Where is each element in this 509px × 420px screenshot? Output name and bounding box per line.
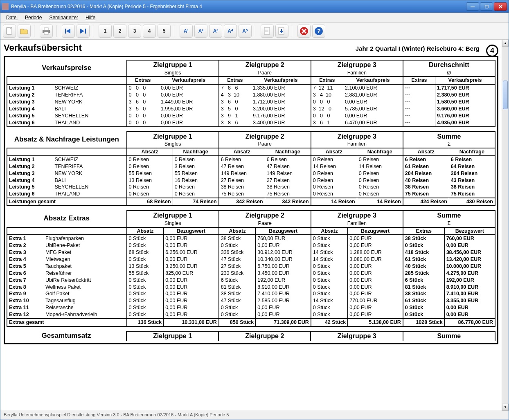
block3-total-label: Extras gesamt [7, 319, 127, 326]
table-row: Extra 11Reisetasche 0 Stück0,00 EUR 0 St… [7, 304, 495, 311]
export-button[interactable] [275, 25, 288, 38]
group1-title: Zielgruppe 1 [127, 60, 219, 70]
period-1-button[interactable]: 1 [99, 25, 112, 38]
menu-datei[interactable]: Datei [3, 13, 21, 22]
nav-first-button[interactable] [62, 25, 75, 38]
scroll-down-button[interactable]: ▼ [502, 404, 509, 411]
svg-rect-2 [44, 28, 48, 30]
table-row: Extra 7UbiRe Reiserücktritt 0 Stück0,00 … [7, 277, 495, 284]
cancel-button[interactable] [297, 25, 311, 38]
table-row: Leistung 6THAILAND 0 0 00,00 EUR 3 8 63.… [7, 119, 495, 127]
new-document-button[interactable] [3, 25, 16, 38]
block1-title: Verkaufspreise [7, 60, 127, 76]
menu-seminarleiter[interactable]: Seminarleiter [46, 13, 81, 22]
main-window: Berylla - BA Breitenbrunn 02/2016 - Mark… [0, 0, 509, 420]
table-row: Leistung 6THAILAND 0 Reisen0 Reisen 75 R… [7, 191, 495, 198]
scroll-up-button[interactable]: ▲ [502, 40, 509, 47]
table-row: Extra 2UbiBene-Paket 0 Stück0,00 EUR 0 S… [7, 242, 495, 249]
table-row: Extra 10Tagesausflug 0 Stück0,00 EUR 47 … [7, 297, 495, 304]
block3-title: Absatz Extras [7, 211, 127, 227]
table-row: Leistung 5SEYCHELLEN 0 0 00,00 EUR 3 9 1… [7, 112, 495, 119]
svg-point-11 [300, 27, 308, 35]
absatz-extras-table: Absatz Extras Zielgruppe 1 Zielgruppe 2 … [7, 210, 495, 327]
help-button[interactable]: ? [312, 25, 325, 38]
menubar: Datei Periode Seminarleiter Hilfe [0, 13, 509, 23]
page-setup-button[interactable] [261, 25, 274, 38]
table-row: Leistung 1SCHWEIZ 0 Reisen0 Reisen 6 Rei… [7, 156, 495, 163]
vertical-scrollbar[interactable]: ▲ ▼ [502, 40, 509, 411]
report-a2-button[interactable]: A² [194, 25, 207, 38]
table-row: Extra 8Wellness Paket 0 Stück0,00 EUR 81… [7, 284, 495, 291]
report-a5-button[interactable]: A⁵ [239, 25, 252, 38]
close-button[interactable]: ✕ [494, 2, 507, 11]
table-row: Leistung 3NEW YORK 55 Reisen55 Reisen 14… [7, 170, 495, 177]
table-row: Leistung 5SEYCHELLEN 0 Reisen0 Reisen 38… [7, 184, 495, 191]
svg-rect-4 [65, 29, 66, 34]
group2-title: Zielgruppe 2 [219, 60, 311, 70]
report-a4-button[interactable]: A⁴ [224, 25, 237, 38]
print-button[interactable] [40, 25, 53, 38]
table-row: Extra 1Flughafenparken 0 Stück0,00 EUR 3… [7, 235, 495, 242]
nav-last-button[interactable] [77, 25, 90, 38]
group3-title: Zielgruppe 3 [311, 60, 403, 70]
block2-title: Absatz & Nachfrage Leistungen [7, 132, 127, 148]
table-row: Leistung 4BALI 3 5 01.995,00 EUR 3 5 03.… [7, 106, 495, 112]
svg-point-12 [315, 27, 323, 35]
table-row: Extra 4Mietwagen 0 Stück0,00 EUR 47 Stüc… [7, 256, 495, 263]
period-2-button[interactable]: 2 [113, 25, 126, 38]
report-a3-button[interactable]: A³ [209, 25, 222, 38]
svg-rect-6 [264, 27, 270, 34]
report-a1-button[interactable]: A¹ [180, 25, 193, 38]
block2-total-label: Leistungen gesamt [7, 198, 127, 206]
titlebar[interactable]: Berylla - BA Breitenbrunn 02/2016 - Mark… [0, 0, 509, 13]
svg-rect-5 [85, 29, 86, 34]
gesamtumsatz-table: Gesamtumsatz Zielgruppe 1 Zielgruppe 2 Z… [7, 331, 495, 341]
maximize-button[interactable]: ❐ [480, 2, 493, 11]
toolbar: 1 2 3 4 5 A¹ A² A³ A⁴ A⁵ ? [0, 23, 509, 40]
svg-rect-10 [279, 27, 284, 34]
absatz-nachfrage-table: Absatz & Nachfrage Leistungen Zielgruppe… [7, 131, 495, 206]
table-row: Extra 5Tauchpaket 13 Stück3.250,00 EUR 2… [7, 263, 495, 270]
table-row: Extra 9Golf Paket 0 Stück0,00 EUR 38 Stü… [7, 290, 495, 297]
svg-rect-0 [7, 27, 12, 34]
page-title: Verkaufsübersicht [4, 43, 356, 53]
window-title: Berylla - BA Breitenbrunn 02/2016 - Mark… [11, 4, 466, 9]
period-4-button[interactable]: 4 [143, 25, 156, 38]
table-row: Extra 3MFG Paket 68 Stück6.256,00 EUR 33… [7, 249, 495, 256]
table-row: Leistung 1SCHWEIZ 0 0 00,00 EUR 7 8 61.3… [7, 84, 495, 92]
avg-title: Durchschnitt [403, 60, 495, 70]
svg-rect-3 [44, 32, 48, 34]
block4-title: Gesamtumsatz [7, 331, 126, 341]
period-3-button[interactable]: 3 [128, 25, 141, 38]
verkaufspreise-table: Verkaufspreise Zielgruppe 1 Zielgruppe 2… [7, 60, 495, 127]
svg-rect-1 [43, 30, 50, 33]
table-row: Leistung 4BALI 13 Reisen16 Reisen 27 Rei… [7, 177, 495, 184]
statusbar: Berylla Unternehmensplanspiel Dienstleis… [0, 411, 509, 420]
company-number-badge: 4 [486, 45, 498, 57]
table-row: Leistung 2TENERIFFA 0 Reisen3 Reisen 47 … [7, 163, 495, 170]
table-row: Leistung 2TENERIFFA 0 0 00,00 EUR 4 3 10… [7, 92, 495, 99]
svg-text:?: ? [317, 27, 320, 34]
period-5-button[interactable]: 5 [158, 25, 171, 38]
page-context: Jahr 2 Quartal I (Winter) Reisebüro 4: B… [356, 45, 480, 52]
menu-hilfe[interactable]: Hilfe [82, 13, 99, 22]
table-row: Extra 12Moped-/Fahrradverleih 0 Stück0,0… [7, 311, 495, 319]
app-icon [2, 3, 9, 10]
report-body: Verkaufspreise Zielgruppe 1 Zielgruppe 2… [4, 56, 498, 344]
open-folder-button[interactable] [18, 25, 31, 38]
scroll-thumb[interactable] [503, 81, 508, 109]
minimize-button[interactable]: — [466, 2, 479, 11]
table-row: Leistung 3NEW YORK 3 6 01.449,00 EUR 3 6… [7, 99, 495, 106]
table-row: Extra 6Reiseführer 55 Stück825,00 EUR 23… [7, 270, 495, 277]
menu-periode[interactable]: Periode [22, 13, 45, 22]
report-viewport[interactable]: Verkaufsübersicht Jahr 2 Quartal I (Wint… [0, 40, 502, 411]
